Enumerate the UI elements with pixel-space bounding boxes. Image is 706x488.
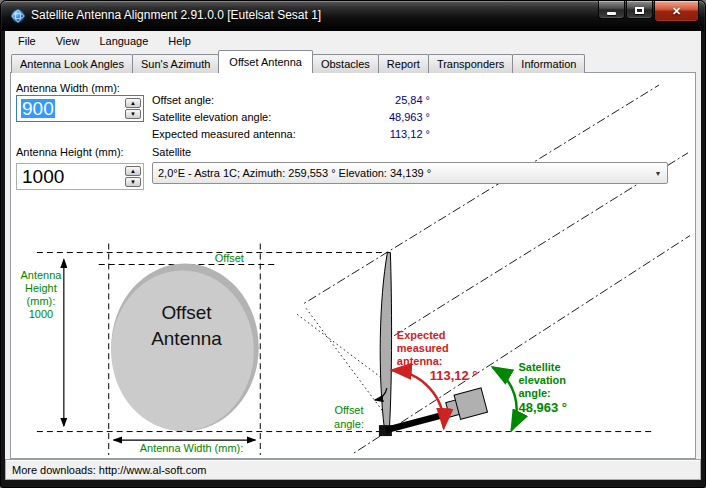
tab-suns-azimuth[interactable]: Sun's Azimuth (132, 54, 219, 73)
height-dim-line3: (mm): (27, 295, 56, 307)
elevation-line2: elevation (519, 374, 567, 386)
height-dim-line2: Height (25, 282, 57, 294)
expected-line1: Expected (397, 329, 446, 341)
tab-antenna-look-angles[interactable]: Antenna Look Angles (11, 54, 133, 73)
titlebar[interactable]: Satellite Antenna Alignment 2.91.0.0 [Eu… (1, 1, 705, 31)
tab-obstacles[interactable]: Obstacles (312, 54, 379, 73)
antenna-width-spin-up[interactable]: ▲ (125, 98, 141, 108)
app-icon (10, 8, 26, 24)
maximize-icon (635, 7, 644, 14)
status-bar: More downloads: http://www.al-soft.com (5, 459, 701, 480)
satellite-direction-rays (304, 85, 690, 453)
offset-antenna-page: Offset Antenna Antenna Height (mm): 1000… (10, 72, 696, 459)
minimize-icon (607, 12, 616, 15)
offset-angle-label: Offset angle: (334, 404, 364, 430)
offset-angle-line2: angle: (334, 418, 364, 430)
elevation-value: 48,963 ° (519, 400, 567, 415)
minimize-button[interactable] (598, 1, 625, 19)
elevation-readout-value: 48,963 ° (310, 111, 430, 123)
expected-readout-label: Expected measured antenna: (152, 128, 296, 140)
dish-front-label-line1: Offset (161, 302, 212, 323)
antenna-height-input[interactable]: 1000 ▲ ▼ (16, 163, 144, 190)
height-dim-line1: Antenna (21, 269, 63, 281)
spin-down-icon: ▼ (130, 111, 136, 117)
expected-line2: measured (397, 342, 449, 354)
antenna-height-spin-up[interactable]: ▲ (125, 166, 141, 176)
elevation-line3: angle: (519, 387, 551, 399)
elevation-line1: Satellite (519, 361, 561, 373)
spin-up-icon: ▲ (130, 100, 136, 106)
chevron-down-icon: ▼ (655, 170, 662, 177)
close-icon: ✕ (672, 2, 681, 21)
offset-angle-line1: Offset (334, 404, 363, 416)
menu-help[interactable]: Help (158, 32, 201, 50)
close-button[interactable]: ✕ (654, 1, 699, 22)
antenna-width-label: Antenna Width (mm): (16, 82, 120, 94)
offset-antenna-front-view: Offset Antenna (111, 264, 259, 432)
expected-measured-label: Expected measured antenna: 113,12 ° (397, 329, 478, 383)
offset-angle-readout-value: 25,84 ° (310, 94, 430, 106)
window-controls: ✕ (597, 1, 699, 22)
client-area: File View Language Help Antenna Look Ang… (5, 31, 701, 480)
dish-axis-lines (297, 308, 386, 414)
antenna-height-spinner: ▲ ▼ (125, 166, 141, 187)
status-text: More downloads: http://www.al-soft.com (12, 464, 206, 476)
satellite-label: Satellite (152, 146, 191, 158)
satellite-selected-option: 2,0°E - Astra 1C; Azimuth: 259,553 ° Ele… (153, 167, 649, 179)
elevation-readout-label: Satellite elevation angle: (152, 111, 271, 123)
antenna-height-label: Antenna Height (mm): (16, 146, 124, 158)
offset-gap-label: Offset (215, 252, 244, 264)
elevation-angle-arc (493, 367, 517, 430)
menubar: File View Language Help (5, 31, 701, 51)
dish-front-label-line2: Antenna (151, 328, 222, 349)
tab-strip: Antenna Look Angles Sun's Azimuth Offset… (5, 51, 701, 73)
app-window: Satellite Antenna Alignment 2.91.0.0 [Eu… (0, 0, 706, 488)
width-dim-label: Antenna Width (mm): (140, 442, 243, 454)
lnb-head (444, 388, 487, 422)
satellite-dropdown-button[interactable]: ▼ (649, 163, 667, 183)
satellite-select[interactable]: 2,0°E - Astra 1C; Azimuth: 259,553 ° Ele… (152, 162, 668, 184)
maximize-button[interactable] (626, 1, 653, 19)
offset-angle-readout-label: Offset angle: (152, 94, 214, 106)
antenna-width-value: 900 (21, 99, 55, 118)
elevation-angle-label: Satellite elevation angle: 48,963 ° (519, 361, 567, 415)
tab-offset-antenna[interactable]: Offset Antenna (218, 50, 313, 73)
spin-up-icon: ▲ (130, 168, 136, 174)
tab-transponders[interactable]: Transponders (428, 54, 513, 73)
expected-value: 113,12 ° (430, 368, 478, 383)
height-dim-line4: 1000 (29, 308, 53, 320)
antenna-height-value: 1000 (21, 167, 65, 186)
expected-line3: antenna: (397, 355, 443, 367)
menu-view[interactable]: View (46, 32, 90, 50)
window-title: Satellite Antenna Alignment 2.91.0.0 [Eu… (31, 1, 321, 30)
tab-information[interactable]: Information (512, 54, 585, 73)
tab-report[interactable]: Report (378, 54, 429, 73)
antenna-height-spin-down[interactable]: ▼ (125, 177, 141, 187)
expected-readout-value: 113,12 ° (310, 128, 430, 140)
spin-down-icon: ▼ (130, 179, 136, 185)
menu-file[interactable]: File (8, 32, 46, 50)
antenna-width-input[interactable]: 900 ▲ ▼ (16, 95, 144, 122)
antenna-width-spinner: ▲ ▼ (125, 98, 141, 119)
menu-language[interactable]: Language (89, 32, 158, 50)
antenna-width-spin-down[interactable]: ▼ (125, 109, 141, 119)
